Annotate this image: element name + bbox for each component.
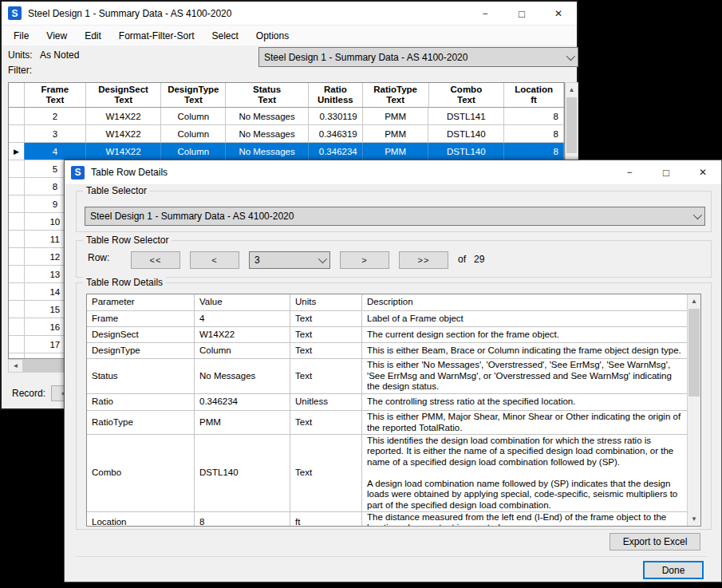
dialog-table-dropdown[interactable]: Steel Design 1 - Summary Data - AS 4100-… xyxy=(85,207,705,226)
row-pointer-icon: ▶ xyxy=(14,148,19,156)
main-titlebar: S Steel Design 1 - Summary Data - AS 410… xyxy=(2,2,577,26)
table-row-selected[interactable]: ▶ 4 W14X22 Column No Messages 0.346234 P… xyxy=(9,143,564,160)
row-total: 29 xyxy=(474,254,484,265)
table-select-dropdown-value: Steel Design 1 - Summary Data - AS 4100-… xyxy=(264,52,562,63)
units-label: Units: xyxy=(8,49,33,61)
grid-header-frame[interactable]: FrameText xyxy=(25,83,86,107)
last-row-button[interactable]: >> xyxy=(399,251,448,269)
dialog-titlebar: S Table Row Details − □ ✕ xyxy=(65,160,721,185)
grid-header-designsect[interactable]: DesignSectText xyxy=(86,83,162,107)
menu-options[interactable]: Options xyxy=(247,27,298,45)
grid-header-designtype[interactable]: DesignTypeText xyxy=(161,83,226,107)
app-icon: S xyxy=(71,166,85,180)
export-to-excel-button[interactable]: Export to Excel xyxy=(610,533,700,551)
details-vertical-scrollbar[interactable]: ▲ ▼ xyxy=(687,294,700,526)
dialog-title: Table Row Details xyxy=(91,167,168,178)
table-select-dropdown[interactable]: Steel Design 1 - Summary Data - AS 4100-… xyxy=(258,47,578,67)
of-label: of xyxy=(458,254,466,265)
details-header-row: Parameter Value Units Description xyxy=(87,294,687,311)
table-row-selector-group-label: Table Row Selector xyxy=(83,235,172,246)
scroll-down-icon[interactable]: ▼ xyxy=(688,512,700,526)
close-icon[interactable]: ✕ xyxy=(540,2,577,26)
minimize-icon[interactable]: − xyxy=(611,160,648,184)
scroll-left-icon[interactable]: ◄ xyxy=(9,360,22,372)
grid-header-selector xyxy=(9,83,25,107)
chevron-down-icon xyxy=(693,211,702,219)
table-row-selector-group: Table Row Selector Row: << < 3 > >> of 2… xyxy=(76,240,712,278)
menu-edit[interactable]: Edit xyxy=(76,27,110,45)
menu-bar: File View Edit Format-Filter-Sort Select… xyxy=(2,26,577,45)
screen: { "colors": { "selection_blue": "#0078d7… xyxy=(0,0,722,588)
grid-header-status[interactable]: StatusText xyxy=(226,83,309,107)
menu-format-filter-sort[interactable]: Format-Filter-Sort xyxy=(110,27,203,45)
table-row-details-group-label: Table Row Details xyxy=(83,277,166,288)
scroll-up-icon[interactable]: ▲ xyxy=(688,294,700,308)
close-icon[interactable]: ✕ xyxy=(685,160,721,184)
done-button[interactable]: Done xyxy=(643,561,704,579)
menu-select[interactable]: Select xyxy=(203,27,247,45)
details-row-location[interactable]: Location 8 ft The distance measured from… xyxy=(87,512,687,527)
dialog-table-dropdown-value: Steel Design 1 - Summary Data - AS 4100-… xyxy=(90,211,688,222)
maximize-icon[interactable]: □ xyxy=(648,160,685,184)
details-row-combo[interactable]: Combo DSTL140 Text This identifies the d… xyxy=(87,435,687,512)
details-row-frame[interactable]: Frame 4 Text Label of a Frame object xyxy=(87,311,687,327)
table-selector-group: Table Selector Steel Design 1 - Summary … xyxy=(76,191,712,232)
grid-header-ratiotype[interactable]: RatioTypeText xyxy=(363,83,429,107)
details-row-status[interactable]: Status No Messages Text This is either '… xyxy=(87,359,687,394)
previous-row-button[interactable]: < xyxy=(190,251,239,269)
grid-header-ratio[interactable]: RatioUnitless xyxy=(309,83,363,107)
scrollbar-thumb[interactable] xyxy=(688,309,700,397)
window-title: Steel Design 1 - Summary Data - AS 4100-… xyxy=(28,8,231,19)
grid-header-row: FrameText DesignSectText DesignTypeText … xyxy=(9,83,564,108)
grid-header-combo[interactable]: ComboText xyxy=(429,83,505,107)
details-row-designsect[interactable]: DesignSect W14X22 Text The current desig… xyxy=(87,327,687,343)
table-row[interactable]: 2 W14X22 Column No Messages 0.330119 PMM… xyxy=(9,108,564,125)
scroll-up-icon[interactable]: ▲ xyxy=(566,83,578,97)
next-row-button[interactable]: > xyxy=(340,251,389,269)
grid-header-location[interactable]: Locationft xyxy=(504,83,564,107)
chevron-down-icon xyxy=(318,255,327,263)
app-icon: S xyxy=(8,6,22,20)
table-row-details-group: Table Row Details Parameter Value Units … xyxy=(76,282,712,530)
details-row-designtype[interactable]: DesignType Column Text This is either Be… xyxy=(87,343,687,359)
record-label: Record: xyxy=(12,388,45,399)
row-number-dropdown[interactable]: 3 xyxy=(249,251,330,269)
footer-divider xyxy=(76,556,707,557)
row-details-table: Parameter Value Units Description Frame … xyxy=(86,294,701,527)
filter-label: Filter: xyxy=(8,65,32,76)
menu-file[interactable]: File xyxy=(5,27,37,45)
scrollbar-thumb[interactable] xyxy=(566,97,577,153)
units-value: As Noted xyxy=(40,49,79,61)
table-row-details-dialog: S Table Row Details − □ ✕ Table Selector… xyxy=(64,160,722,582)
row-number-value: 3 xyxy=(254,255,314,266)
menu-view[interactable]: View xyxy=(37,27,76,45)
table-selector-group-label: Table Selector xyxy=(83,185,150,196)
details-row-ratio[interactable]: Ratio 0.346234 Unitless The controlling … xyxy=(87,394,687,411)
chevron-down-icon xyxy=(566,51,575,60)
maximize-icon[interactable]: □ xyxy=(503,2,540,26)
table-row[interactable]: 3 W14X22 Column No Messages 0.346319 PMM… xyxy=(9,125,564,143)
row-label: Row: xyxy=(88,252,109,263)
first-row-button[interactable]: << xyxy=(131,251,180,269)
details-row-ratiotype[interactable]: RatioType PMM Text This is either PMM, M… xyxy=(87,411,687,435)
minimize-icon[interactable]: − xyxy=(467,2,503,26)
